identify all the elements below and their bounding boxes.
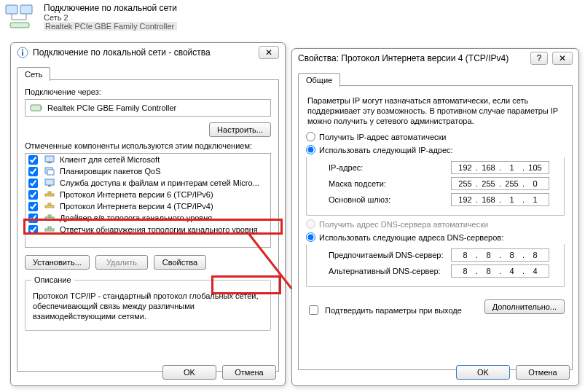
subnet-mask-input[interactable]: 255. 255. 255. 0 — [451, 177, 549, 190]
titlebar: Свойства: Протокол Интернета версии 4 (T… — [292, 49, 578, 68]
radio-manual-ip[interactable]: Использовать следующий IP-адрес: — [306, 145, 565, 154]
ip-address-label: IP-адрес: — [329, 163, 445, 172]
alternate-dns-input[interactable]: 8. 8. 4. 4 — [451, 264, 549, 278]
svg-rect-19 — [48, 215, 51, 217]
adapter-field: Realtek PCIe GBE Family Controller — [25, 99, 271, 117]
svg-rect-12 — [45, 179, 54, 185]
component-label: Драйвер в/в тополога канального уровня — [60, 213, 212, 222]
ok-button[interactable]: OK — [456, 365, 510, 380]
list-item[interactable]: Служба доступа к файлам и принтерам сете… — [25, 177, 270, 189]
radio-input[interactable] — [306, 145, 315, 154]
radio-label: Использовать следующий IP-адрес: — [319, 146, 453, 154]
protocol-icon — [44, 189, 55, 200]
tab-general[interactable]: Общие — [298, 73, 340, 87]
radio-input — [306, 219, 315, 229]
list-item[interactable]: Ответчик обнаружения топологии канальног… — [25, 224, 270, 235]
confirm-on-exit-label: Подтвердить параметры при выходе — [325, 306, 462, 315]
component-label: Планировщик пакетов QoS — [60, 167, 161, 176]
help-button[interactable]: ? — [530, 52, 548, 65]
install-button[interactable]: Установить... — [25, 255, 90, 270]
configure-button[interactable]: Настроить... — [209, 122, 271, 137]
close-button[interactable]: ✕ — [259, 46, 279, 59]
component-label: Клиент для сетей Microsoft — [60, 155, 160, 164]
titlebar: Подключение по локальной сети - свойства… — [11, 43, 285, 62]
list-item[interactable]: Драйвер в/в тополога канального уровня — [25, 212, 270, 224]
component-checkbox[interactable] — [28, 202, 38, 211]
dialog-title: Свойства: Протокол Интернета версии 4 (T… — [298, 53, 509, 63]
cancel-button[interactable]: Отмена — [222, 365, 276, 380]
component-checkbox[interactable] — [28, 167, 38, 176]
properties-button[interactable]: Свойства — [154, 255, 206, 270]
help-icon: ? — [537, 53, 542, 63]
svg-rect-2 — [10, 23, 29, 28]
component-checkbox[interactable] — [28, 213, 38, 223]
svg-rect-11 — [47, 170, 54, 175]
confirm-on-exit-checkbox[interactable] — [309, 305, 318, 315]
svg-rect-8 — [45, 156, 54, 162]
preferred-dns-input[interactable]: 8. 8. 8. 8 — [451, 248, 549, 262]
uninstall-button[interactable]: Удалить — [95, 255, 148, 270]
connection-header: Подключение по локальной сети Сеть 2 Rea… — [0, 0, 585, 32]
close-icon: ✕ — [559, 53, 566, 63]
gateway-input[interactable]: 192. 168. 1. 1 — [451, 193, 549, 206]
protocol-icon — [44, 201, 55, 211]
client-icon — [44, 154, 55, 165]
ok-button[interactable]: OK — [162, 365, 216, 380]
close-button[interactable]: ✕ — [552, 52, 573, 65]
network-adapter-icon — [4, 4, 36, 30]
tab-network[interactable]: Сеть — [17, 67, 50, 81]
radio-input[interactable] — [306, 132, 315, 141]
radio-input[interactable] — [306, 232, 315, 242]
svg-rect-4 — [22, 52, 23, 56]
description-text: Протокол TCP/IP - стандартный протокол г… — [33, 291, 263, 321]
list-item[interactable]: Протокол Интернета версии 6 (TCP/IPv6) — [25, 189, 270, 200]
svg-rect-7 — [41, 106, 42, 109]
svg-rect-15 — [48, 192, 51, 194]
radio-label: Использовать следующие адреса DNS-сервер… — [319, 233, 503, 242]
svg-rect-0 — [6, 5, 17, 14]
components-label: Отмеченные компоненты используются этим … — [25, 141, 271, 150]
dialog-title: Подключение по локальной сети - свойства — [33, 47, 211, 58]
list-item[interactable]: Протокол Интернета версии 4 (TCP/IPv4) — [25, 200, 270, 212]
list-item[interactable]: Клиент для сетей Microsoft — [25, 154, 270, 165]
fileshare-icon — [44, 178, 55, 188]
component-checkbox[interactable] — [28, 190, 38, 200]
list-item[interactable]: Планировщик пакетов QoS — [25, 165, 270, 177]
gateway-label: Основной шлюз: — [329, 195, 445, 204]
adapter-name-text: Realtek PCIe GBE Family Controller — [47, 103, 176, 112]
qos-icon — [44, 166, 55, 176]
preferred-dns-label: Предпочитаемый DNS-сервер: — [329, 251, 445, 259]
svg-rect-21 — [48, 227, 51, 229]
radio-label: Получить адрес DNS-сервера автоматически — [319, 220, 488, 229]
radio-auto-dns: Получить адрес DNS-сервера автоматически — [306, 219, 565, 229]
info-text: Параметры IP могут назначаться автоматич… — [307, 96, 563, 126]
svg-rect-6 — [31, 105, 41, 111]
driver-icon — [44, 213, 55, 223]
subnet-mask-label: Маска подсети: — [329, 179, 445, 188]
svg-rect-17 — [48, 203, 51, 205]
ipv4-properties-dialog: Свойства: Протокол Интернета версии 4 (T… — [291, 48, 579, 386]
radio-auto-ip[interactable]: Получить IP-адрес автоматически — [306, 132, 565, 141]
ip-address-input[interactable]: 192. 168. 1. 105 — [451, 161, 549, 174]
adapter-name: Realtek PCIe GBE Family Controller — [44, 22, 177, 31]
component-checkbox[interactable] — [28, 225, 38, 235]
nic-card-icon — [30, 103, 43, 113]
component-label: Ответчик обнаружения топологии канальног… — [60, 225, 258, 234]
cancel-button[interactable]: Отмена — [516, 365, 570, 380]
close-icon: ✕ — [265, 47, 272, 58]
component-checkbox[interactable] — [28, 179, 38, 188]
description-group: Описание Протокол TCP/IP - стандартный п… — [25, 275, 271, 331]
component-checkbox[interactable] — [28, 155, 38, 165]
svg-rect-13 — [48, 185, 51, 187]
components-list[interactable]: Клиент для сетей Microsoft Планировщик п… — [25, 153, 271, 248]
svg-rect-5 — [22, 50, 23, 51]
advanced-button[interactable]: Дополнительно... — [484, 299, 565, 314]
connect-via-label: Подключение через: — [25, 87, 271, 96]
description-legend: Описание — [31, 275, 74, 284]
svg-rect-1 — [20, 5, 32, 14]
component-label: Протокол Интернета версии 6 (TCP/IPv6) — [60, 190, 213, 199]
component-label: Протокол Интернета версии 4 (TCP/IPv4) — [60, 202, 213, 211]
connection-title: Подключение по локальной сети — [44, 3, 177, 13]
radio-manual-dns[interactable]: Использовать следующие адреса DNS-сервер… — [306, 232, 565, 242]
network-name: Сеть 2 — [44, 13, 177, 22]
